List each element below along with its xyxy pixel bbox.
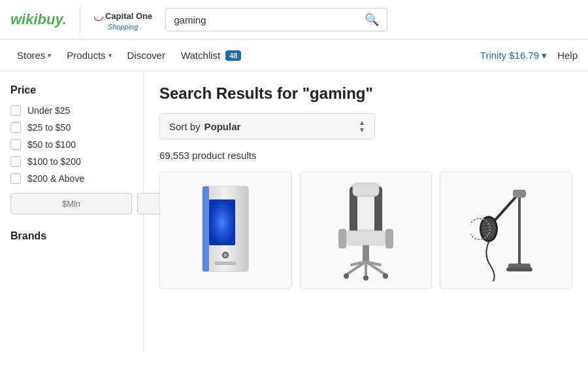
svg-rect-36 [506, 268, 532, 271]
capital-one-text: Capital One [105, 11, 152, 21]
price-min-input[interactable] [10, 193, 132, 215]
nav-discover-label: Discover [127, 50, 165, 61]
svg-rect-15 [385, 229, 393, 249]
svg-point-5 [223, 253, 227, 257]
search-button[interactable]: 🔍 [365, 12, 379, 27]
sidebar: Price Under $25 $25 to $50 $50 to $100 $… [0, 71, 144, 353]
trinity-label: Trinity $16.79 [480, 50, 539, 61]
price-range-inputs [10, 193, 133, 215]
logo-divider [80, 7, 80, 33]
filter-label-200-above: $200 & Above [27, 173, 84, 184]
product-card-pc-tower[interactable] [159, 171, 292, 289]
svg-point-24 [363, 275, 368, 281]
filter-label-100-200: $100 to $200 [27, 156, 81, 167]
filter-label-50-100: $50 to $100 [27, 139, 76, 150]
nav-stores-label: Stores [17, 50, 45, 61]
nav-stores[interactable]: Stores ▾ [10, 40, 57, 71]
svg-rect-27 [513, 190, 526, 198]
sort-by-label: Sort by [169, 121, 201, 132]
svg-point-23 [383, 273, 388, 279]
filter-checkbox-100-200[interactable] [10, 156, 21, 167]
product-card-mic-stand[interactable] [440, 171, 572, 289]
results-heading: Search Results for "gaming" [159, 84, 572, 103]
nav-right: Trinity $16.79 ▾ Help [480, 50, 578, 61]
main-layout: Price Under $25 $25 to $50 $50 to $100 $… [0, 71, 588, 353]
products-chevron-icon: ▾ [108, 52, 112, 59]
svg-rect-14 [338, 229, 346, 249]
nav-watchlist-label: Watchlist [181, 50, 220, 61]
search-results: Search Results for "gaming" Sort by Popu… [144, 71, 588, 353]
nav-products-label: Products [67, 50, 105, 61]
sort-arrows-icon: ▲ ▼ [359, 119, 365, 133]
filter-25-50[interactable]: $25 to $50 [10, 122, 133, 133]
mic-stand-image [470, 180, 542, 281]
svg-rect-16 [363, 245, 369, 262]
products-grid [159, 171, 572, 289]
capital-one-logo: ◡ Capital One Shopping [93, 9, 152, 31]
svg-rect-7 [203, 186, 209, 271]
filter-100-200[interactable]: $100 to $200 [10, 156, 133, 167]
filter-label-under-25: Under $25 [27, 105, 70, 116]
svg-rect-6 [214, 262, 237, 265]
nav-discover[interactable]: Discover [121, 40, 172, 71]
svg-rect-13 [346, 231, 385, 245]
header: wikibuy. ◡ Capital One Shopping 🔍 [0, 0, 588, 40]
filter-checkbox-200-above[interactable] [10, 173, 21, 184]
svg-rect-3 [209, 199, 235, 245]
sort-value: Popular [204, 121, 359, 132]
search-bar: 🔍 [165, 8, 387, 31]
svg-point-22 [344, 273, 349, 279]
filter-50-100[interactable]: $50 to $100 [10, 139, 133, 150]
sort-bar[interactable]: Sort by Popular ▲ ▼ [159, 113, 375, 139]
price-filter-title: Price [10, 84, 133, 96]
watchlist-badge: 48 [225, 50, 241, 61]
capital-one-sub: Shopping [108, 23, 139, 31]
filter-label-25-50: $25 to $50 [27, 122, 71, 133]
help-link[interactable]: Help [557, 50, 578, 61]
capital-one-swoosh: ◡ [93, 9, 104, 23]
product-card-gaming-chair[interactable] [300, 171, 433, 289]
svg-point-29 [482, 218, 496, 240]
filter-checkbox-50-100[interactable] [10, 139, 21, 150]
brands-section-title: Brands [10, 230, 133, 242]
navigation: Stores ▾ Products ▾ Discover Watchlist 4… [0, 40, 588, 71]
filter-checkbox-25-50[interactable] [10, 122, 21, 133]
trinity-chevron-icon: ▾ [542, 50, 547, 61]
search-input[interactable] [174, 14, 365, 26]
trinity-link[interactable]: Trinity $16.79 ▾ [480, 50, 547, 61]
filter-checkbox-under-25[interactable] [10, 105, 21, 116]
filter-under-25[interactable]: Under $25 [10, 105, 133, 116]
pc-tower-image [189, 180, 261, 281]
nav-products[interactable]: Products ▾ [60, 40, 118, 71]
filter-200-above[interactable]: $200 & Above [10, 173, 133, 184]
wikibuy-logo: wikibuy. [10, 11, 67, 28]
svg-rect-12 [353, 183, 379, 196]
product-count: 69,553 product results [159, 150, 572, 161]
stores-chevron-icon: ▾ [48, 52, 51, 59]
nav-watchlist[interactable]: Watchlist 48 [174, 40, 248, 71]
nav-left: Stores ▾ Products ▾ Discover Watchlist 4… [10, 40, 480, 71]
gaming-chair-image [333, 180, 399, 281]
